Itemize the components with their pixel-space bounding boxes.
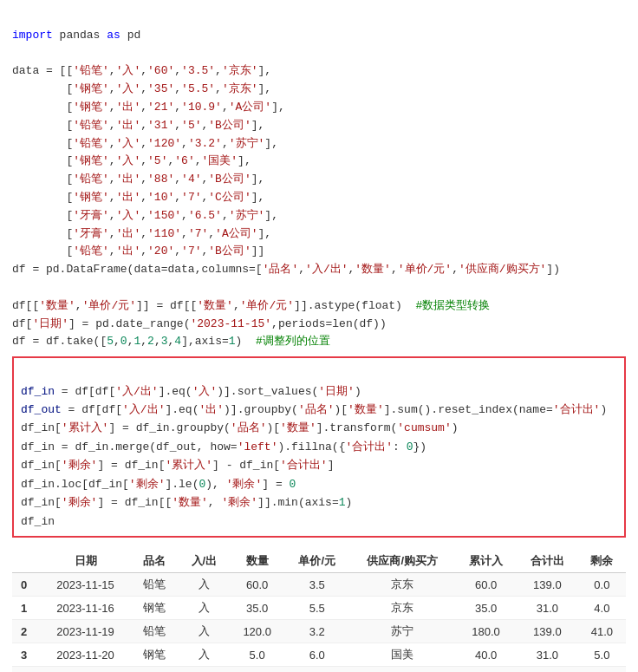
cell-r2-c3: 入 — [179, 620, 231, 643]
cell-r1-c5: 5.5 — [284, 597, 349, 620]
col-header-inout: 入/出 — [179, 550, 231, 573]
highlighted-code-block: df_in = df[df['入/出'].eq('入')].sort_value… — [12, 356, 626, 538]
dataframe-table-section: 日期 品名 入/出 数量 单价/元 供应商/购买方 累计入 合计出 剩余 020… — [12, 550, 626, 672]
cell-r4-c6: 苏宁 — [349, 667, 455, 672]
cell-r0-c7: 60.0 — [455, 573, 517, 597]
cell-r3-c0: 3 — [12, 643, 41, 667]
cell-r0-c8: 139.0 — [517, 573, 578, 597]
table-row: 02023-11-15铅笔入60.03.5京东60.0139.00.0 — [12, 573, 626, 597]
cell-r0-c9: 0.0 — [578, 573, 626, 597]
cell-r0-c5: 3.5 — [284, 573, 349, 597]
cell-r4-c7: 150.0 — [455, 667, 517, 672]
cell-r1-c2: 钢笔 — [130, 597, 178, 620]
col-header-date: 日期 — [41, 550, 131, 573]
dataframe-table: 日期 品名 入/出 数量 单价/元 供应商/购买方 累计入 合计出 剩余 020… — [12, 550, 626, 672]
cell-r0-c6: 京东 — [349, 573, 455, 597]
cell-r4-c3: 入 — [179, 667, 231, 672]
cell-r1-c3: 入 — [179, 597, 231, 620]
col-header-supplier: 供应商/购买方 — [349, 550, 455, 573]
cell-r4-c5: 6.5 — [284, 667, 349, 672]
cell-r2-c6: 苏宁 — [349, 620, 455, 643]
table-row: 32023-11-20钢笔入5.06.0国美40.031.05.0 — [12, 643, 626, 667]
import-keyword: import — [12, 29, 53, 42]
cell-r4-c1: 2023-11-23 — [41, 667, 131, 672]
col-header-qty: 数量 — [230, 550, 284, 573]
cell-r3-c8: 31.0 — [517, 643, 578, 667]
cell-r3-c3: 入 — [179, 643, 231, 667]
col-header-product: 品名 — [130, 550, 178, 573]
col-header-cumulative: 累计入 — [455, 550, 517, 573]
cell-r2-c9: 41.0 — [578, 620, 626, 643]
as-keyword: as — [107, 29, 120, 42]
table-row: 42023-11-23牙膏入150.06.5苏宁150.0110.040.0 — [12, 667, 626, 672]
cell-r3-c6: 国美 — [349, 643, 455, 667]
cell-r1-c9: 4.0 — [578, 597, 626, 620]
cell-r3-c7: 40.0 — [455, 643, 517, 667]
cell-r2-c1: 2023-11-19 — [41, 620, 131, 643]
cell-r0-c0: 0 — [12, 573, 41, 597]
cell-r1-c1: 2023-11-16 — [41, 597, 131, 620]
cell-r3-c4: 5.0 — [230, 643, 284, 667]
cell-r2-c7: 180.0 — [455, 620, 517, 643]
table-header-row: 日期 品名 入/出 数量 单价/元 供应商/购买方 累计入 合计出 剩余 — [12, 550, 626, 573]
cell-r1-c4: 35.0 — [230, 597, 284, 620]
cell-r4-c0: 4 — [12, 667, 41, 672]
cell-r3-c5: 6.0 — [284, 643, 349, 667]
table-row: 12023-11-16钢笔入35.05.5京东35.031.04.0 — [12, 597, 626, 620]
cell-r4-c9: 40.0 — [578, 667, 626, 672]
code-section: import pandas as pd data = [['铅笔','入','6… — [12, 9, 626, 351]
cell-r1-c0: 1 — [12, 597, 41, 620]
cell-r4-c8: 110.0 — [517, 667, 578, 672]
cell-r2-c4: 120.0 — [230, 620, 284, 643]
col-header-index — [12, 550, 41, 573]
col-header-remainder: 剩余 — [578, 550, 626, 573]
col-header-price: 单价/元 — [284, 550, 349, 573]
cell-r0-c1: 2023-11-15 — [41, 573, 131, 597]
cell-r2-c0: 2 — [12, 620, 41, 643]
cell-r3-c9: 5.0 — [578, 643, 626, 667]
cell-r4-c2: 牙膏 — [130, 667, 178, 672]
cell-r3-c2: 钢笔 — [130, 643, 178, 667]
cell-r2-c5: 3.2 — [284, 620, 349, 643]
cell-r0-c4: 60.0 — [230, 573, 284, 597]
cell-r4-c4: 150.0 — [230, 667, 284, 672]
cell-r2-c2: 铅笔 — [130, 620, 178, 643]
table-row: 22023-11-19铅笔入120.03.2苏宁180.0139.041.0 — [12, 620, 626, 643]
cell-r2-c8: 139.0 — [517, 620, 578, 643]
col-header-total-out: 合计出 — [517, 550, 578, 573]
cell-r1-c8: 31.0 — [517, 597, 578, 620]
cell-r3-c1: 2023-11-20 — [41, 643, 131, 667]
cell-r0-c3: 入 — [179, 573, 231, 597]
cell-r1-c6: 京东 — [349, 597, 455, 620]
cell-r1-c7: 35.0 — [455, 597, 517, 620]
cell-r0-c2: 铅笔 — [130, 573, 178, 597]
